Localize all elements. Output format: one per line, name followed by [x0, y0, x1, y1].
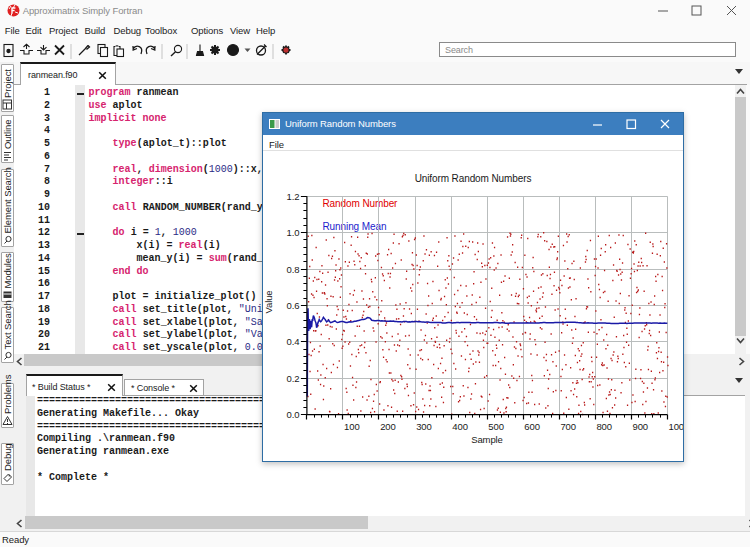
svg-text:Random Number: Random Number: [323, 198, 399, 209]
svg-text:800: 800: [596, 421, 612, 432]
svg-text:1.2: 1.2: [287, 191, 300, 202]
svg-text:1000: 1000: [669, 421, 685, 432]
svg-text:400: 400: [452, 421, 468, 432]
svg-text:Value: Value: [263, 290, 274, 313]
svg-text:500: 500: [488, 421, 504, 432]
svg-text:1.0: 1.0: [287, 227, 300, 238]
svg-text:Running Mean: Running Mean: [323, 221, 387, 232]
svg-text:100: 100: [344, 421, 360, 432]
svg-text:600: 600: [524, 421, 540, 432]
svg-text:300: 300: [416, 421, 432, 432]
svg-text:Sample: Sample: [471, 434, 503, 445]
svg-text:0.6: 0.6: [287, 300, 300, 311]
svg-text:200: 200: [380, 421, 396, 432]
svg-text:900: 900: [633, 421, 649, 432]
svg-text:0.2: 0.2: [287, 373, 300, 384]
svg-text:Uniform Random Numbers: Uniform Random Numbers: [415, 173, 532, 184]
svg-text:0.4: 0.4: [287, 336, 300, 347]
svg-text:0.0: 0.0: [287, 409, 300, 420]
svg-text:700: 700: [560, 421, 576, 432]
svg-text:0.8: 0.8: [287, 264, 300, 275]
